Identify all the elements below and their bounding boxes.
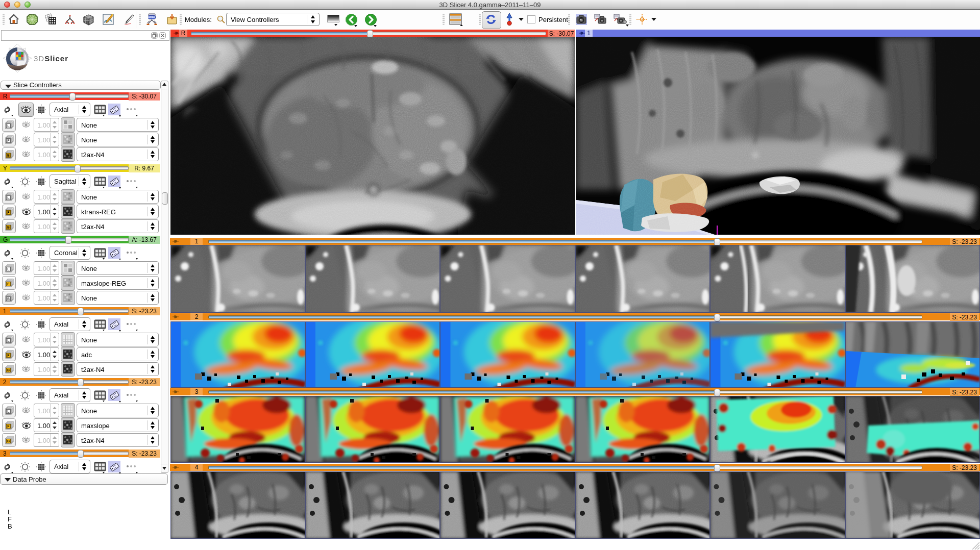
- svg-text:F: F: [7, 354, 10, 357]
- svg-text:F: F: [7, 424, 10, 428]
- svg-text:F: F: [7, 282, 10, 286]
- svg-text:L: L: [7, 410, 10, 413]
- svg-text:F: F: [7, 139, 10, 142]
- svg-text:B: B: [7, 154, 10, 157]
- svg-text:B: B: [7, 297, 10, 301]
- svg-text:L: L: [7, 267, 10, 271]
- svg-text:F: F: [7, 211, 10, 214]
- svg-text:B: B: [7, 439, 10, 443]
- svg-text:B: B: [7, 226, 10, 229]
- svg-text:L: L: [7, 196, 10, 199]
- svg-text:L: L: [7, 124, 10, 128]
- svg-text:B: B: [7, 368, 10, 372]
- svg-text:MRML: MRML: [148, 16, 156, 19]
- svg-text:L: L: [7, 339, 10, 342]
